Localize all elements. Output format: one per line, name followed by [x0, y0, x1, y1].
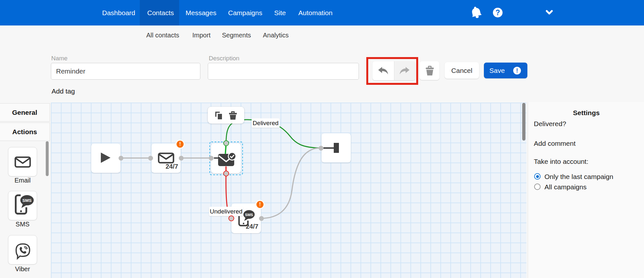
svg-text:SMS: SMS: [23, 198, 32, 203]
